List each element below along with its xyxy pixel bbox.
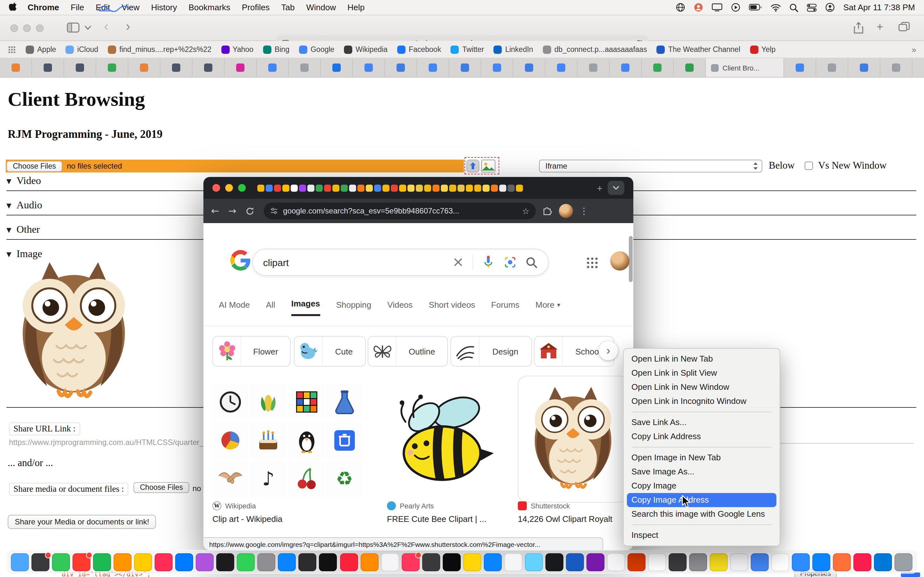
tab-favicon[interactable] (316, 184, 323, 191)
result-caption[interactable]: Shutterstock 14,226 Owl Clipart Royalt (518, 501, 628, 524)
dock-app-icon[interactable] (689, 553, 707, 571)
tab-favicon[interactable] (383, 184, 389, 191)
browser-tab[interactable] (545, 58, 577, 77)
close-window-button[interactable] (212, 184, 220, 192)
dock-app-icon[interactable] (401, 553, 419, 571)
bookmark-item[interactable]: Facebook (397, 45, 441, 53)
share-url-input[interactable]: https://www.rjmprogramming.com.au/HTMLCS… (9, 438, 210, 447)
search-input[interactable]: clipart (263, 257, 444, 268)
profile-badge-icon[interactable] (694, 3, 703, 12)
context-menu-item[interactable]: Save Image As... (624, 465, 780, 479)
section-audio[interactable]: ▼Audio (6, 199, 42, 211)
bookmark-item[interactable]: Wikipedia (344, 45, 388, 53)
profile-avatar[interactable] (559, 204, 573, 218)
result-caption[interactable]: WWikipedia Clip art - Wikipedia (212, 501, 367, 524)
context-menu-item[interactable]: Copy Image Address (627, 493, 776, 507)
browser-tab[interactable] (816, 58, 848, 77)
tab-favicon[interactable] (441, 184, 448, 191)
dock-app-icon[interactable] (360, 553, 378, 571)
bookmark-item[interactable]: Bing (263, 45, 289, 53)
tab-overview-icon[interactable] (898, 22, 910, 32)
bookmarks-overflow-icon[interactable]: » (912, 45, 916, 54)
owl-clipart-image[interactable] (6, 258, 155, 403)
bookmark-item[interactable]: Google (299, 45, 334, 53)
browser-tab[interactable] (289, 58, 321, 77)
results-tab[interactable]: All ▾ (266, 299, 275, 316)
section-other[interactable]: ▼Other (6, 224, 40, 235)
bookmark-item[interactable]: iCloud (66, 45, 98, 53)
share-button[interactable]: Share your Media or documents or link! (8, 515, 156, 529)
filter-chip-design[interactable]: Design (451, 336, 532, 367)
dock-app-icon[interactable] (319, 553, 337, 571)
forward-icon[interactable]: → (228, 205, 236, 217)
context-menu-item[interactable]: Open Link in New Window (624, 380, 780, 394)
dock-app-icon[interactable] (525, 553, 543, 571)
share-icon[interactable] (853, 22, 864, 34)
browser-tab[interactable] (513, 58, 545, 77)
context-menu-item[interactable]: Copy Link Address (624, 430, 780, 444)
extensions-icon[interactable] (542, 206, 552, 216)
browser-tab[interactable] (577, 58, 610, 77)
dock-app-icon[interactable] (237, 553, 255, 571)
dock-app-icon[interactable] (340, 553, 358, 571)
menubar-menu[interactable]: Help (347, 3, 365, 12)
results-tab[interactable]: AI Mode ▾ (219, 299, 250, 316)
tab-favicon[interactable] (499, 184, 506, 191)
dock-app-icon[interactable] (607, 553, 625, 571)
user-icon[interactable] (825, 3, 835, 12)
dock-app-icon[interactable] (11, 553, 29, 571)
address-bar[interactable]: google.com/search?sca_esv=5e9bb948607cc7… (264, 203, 536, 219)
tab-favicon[interactable] (507, 184, 515, 191)
tab-favicon[interactable] (474, 184, 481, 191)
voice-search-icon[interactable] (482, 256, 495, 269)
dock-app-icon[interactable] (216, 553, 234, 571)
bookmark-item[interactable]: Yelp (750, 45, 775, 53)
bookmark-item[interactable]: The Weather Channel (657, 45, 740, 53)
browser-tab[interactable] (417, 58, 449, 77)
tab-favicon[interactable] (491, 184, 498, 191)
tab-favicon[interactable] (349, 184, 356, 191)
dock-app-icon[interactable] (31, 553, 49, 571)
close-window-button[interactable] (10, 24, 18, 32)
browser-tab[interactable] (353, 58, 385, 77)
tab-favicon[interactable] (516, 184, 523, 191)
choose-files-button[interactable]: Choose Files (6, 161, 62, 171)
dock-app-icon[interactable] (669, 553, 687, 571)
tab-favicon[interactable] (333, 184, 339, 191)
display-icon[interactable] (712, 3, 722, 11)
context-menu-item[interactable]: Inspect (624, 528, 780, 542)
play-icon[interactable] (731, 3, 740, 12)
search-icon[interactable] (525, 256, 538, 268)
dock-app-icon[interactable] (278, 553, 296, 571)
context-menu-item[interactable]: Save Link As... (624, 416, 780, 430)
dock-app-icon[interactable] (504, 553, 522, 571)
dock-app-icon[interactable] (299, 553, 317, 571)
menubar-menu[interactable]: Tab (281, 3, 295, 12)
dock-app-icon[interactable] (443, 553, 460, 571)
tab-favicon[interactable] (282, 184, 289, 191)
zoom-window-button[interactable] (36, 24, 44, 32)
dock-app-icon[interactable] (813, 553, 830, 571)
browser-tab[interactable] (481, 58, 513, 77)
scrollbar-thumb[interactable] (629, 236, 633, 282)
menu-kebab-icon[interactable]: ⋮ (580, 206, 588, 216)
context-menu-item[interactable] (632, 412, 772, 412)
dock-app-icon[interactable] (463, 553, 481, 571)
dock-app-icon[interactable] (710, 553, 728, 571)
dock-app-icon[interactable] (258, 553, 276, 571)
browser-tab[interactable] (64, 58, 96, 77)
browser-tab[interactable] (610, 58, 642, 77)
profile-avatar[interactable] (610, 251, 630, 271)
tab-favicon[interactable] (457, 184, 465, 191)
result-title[interactable]: Clip art - Wikipedia (212, 514, 367, 524)
bookmark-star-icon[interactable]: ☆ (522, 206, 529, 216)
tab-favicon[interactable] (374, 184, 381, 191)
browser-tab[interactable] (449, 58, 481, 77)
dock-app-icon[interactable] (52, 553, 70, 571)
browser-tab[interactable] (385, 58, 417, 77)
control-center-icon[interactable] (806, 3, 817, 12)
dock-app-icon[interactable] (874, 553, 892, 571)
tab-favicon[interactable] (341, 184, 348, 191)
browser-tab[interactable] (128, 58, 160, 77)
wifi-icon[interactable] (771, 3, 781, 11)
